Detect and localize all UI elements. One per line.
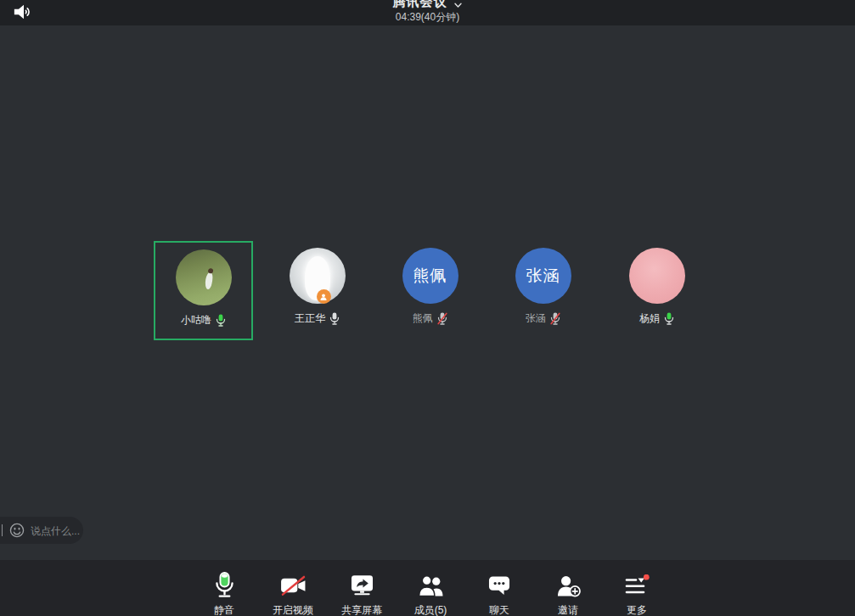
invite-person-icon	[534, 570, 602, 601]
top-bar: 腾讯会议 04:39(40分钟)	[0, 0, 855, 25]
avatar	[176, 249, 232, 305]
participant-name: 杨娟	[639, 311, 660, 326]
toolbar-label: 聊天	[465, 603, 533, 616]
mic-on-icon	[664, 312, 674, 325]
invite-button[interactable]: 邀请	[534, 560, 602, 616]
participant-name: 小咕噜	[181, 313, 211, 328]
more-button[interactable]: 更多	[603, 560, 671, 616]
start-video-button[interactable]: 开启视频	[259, 560, 327, 616]
smiley-icon[interactable]	[9, 523, 25, 538]
chat-caret	[2, 524, 3, 536]
participant-tile[interactable]: 杨娟	[607, 241, 706, 340]
mute-button[interactable]: 静音	[190, 560, 258, 616]
share-screen-icon	[328, 570, 396, 601]
toolbar-label: 共享屏幕	[328, 603, 396, 616]
meeting-title: 腾讯会议	[393, 0, 447, 10]
toolbar-label: 开启视频	[259, 603, 327, 616]
participant-name: 熊佩	[413, 311, 433, 326]
avatar: 熊佩	[402, 248, 458, 304]
microphone-icon	[190, 570, 258, 601]
participant-tile[interactable]: 小咕噜	[154, 241, 253, 340]
mic-on-icon	[216, 314, 226, 327]
chat-placeholder: 说点什么...	[31, 524, 80, 539]
members-button[interactable]: 成员(5)	[397, 560, 464, 616]
meeting-timer: 04:39(40分钟)	[0, 10, 855, 25]
toolbar-label: 成员(5)	[397, 603, 464, 616]
mic-on-icon	[329, 312, 340, 325]
participant-tile[interactable]: 王正华	[267, 241, 367, 340]
mic-muted-icon	[437, 312, 447, 325]
camera-off-icon	[259, 570, 327, 601]
chevron-down-icon	[453, 3, 463, 8]
avatar: 张涵	[515, 248, 571, 304]
avatar-figure	[204, 272, 213, 289]
participant-name: 王正华	[295, 311, 325, 326]
toolbar-label: 邀请	[534, 603, 602, 616]
participant-tile[interactable]: 张涵 张涵	[493, 241, 593, 340]
host-badge-icon	[317, 289, 331, 304]
chat-button[interactable]: 聊天	[465, 560, 533, 616]
participant-tile[interactable]: 熊佩 熊佩	[380, 241, 480, 340]
mic-muted-icon	[550, 312, 560, 325]
more-icon	[603, 570, 671, 601]
meeting-window: 腾讯会议 04:39(40分钟) 小咕噜	[0, 0, 855, 616]
participant-name: 张涵	[526, 311, 546, 326]
meeting-title-row[interactable]: 腾讯会议	[0, 0, 855, 10]
chat-icon	[465, 570, 533, 601]
chat-input[interactable]: 说点什么...	[0, 517, 83, 544]
notification-dot	[644, 574, 650, 580]
toolbar-label: 更多	[603, 603, 671, 616]
toolbar-label: 静音	[190, 603, 258, 616]
bottom-toolbar: 静音 开启视频 共享屏幕	[0, 560, 855, 616]
avatar	[629, 248, 685, 304]
share-screen-button[interactable]: 共享屏幕	[328, 560, 396, 616]
members-icon	[397, 570, 464, 601]
